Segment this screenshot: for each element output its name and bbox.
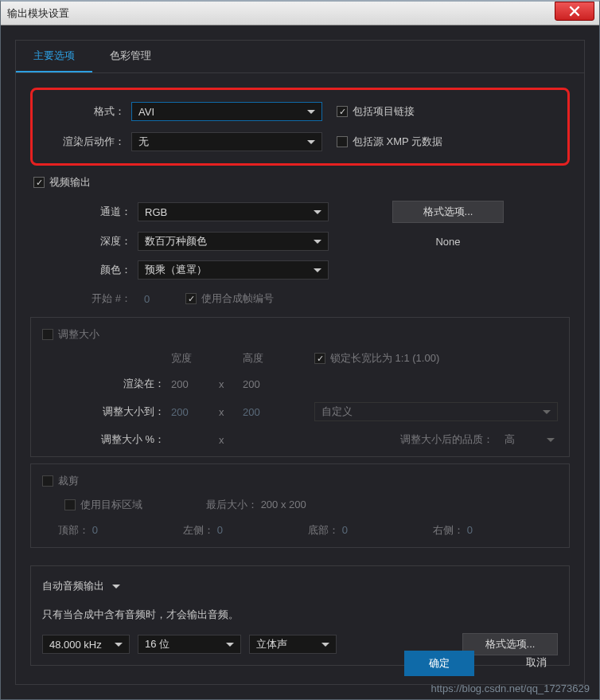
resize-pct-label: 调整大小 %： (84, 432, 171, 447)
audio-bits-dropdown[interactable]: 16 位 (138, 635, 241, 654)
chevron-down-icon (547, 438, 555, 442)
chevron-down-icon (115, 643, 123, 647)
crop-title: 裁剪 (58, 474, 79, 488)
width-header: 宽度 (171, 351, 219, 366)
format-highlight-box: 格式： AVI 包括项目链接 渲染后动作： (30, 88, 570, 166)
chevron-down-icon (314, 268, 321, 272)
resize-quality-dropdown: 高 (501, 432, 558, 447)
codec-name: None (392, 236, 504, 248)
use-roi-label: 使用目标区域 (80, 498, 142, 512)
x-separator: x (219, 378, 243, 390)
main-panel: 格式： AVI 包括项目链接 渲染后动作： (16, 73, 584, 666)
audio-rate-dropdown[interactable]: 48.000 kHz (42, 635, 130, 654)
chevron-down-icon (314, 210, 321, 214)
chevron-down-icon (307, 110, 315, 114)
render-height: 200 (243, 378, 290, 390)
depth-dropdown[interactable]: 数百万种颜色 (138, 232, 329, 251)
x-separator: x (219, 434, 243, 446)
close-button[interactable] (555, 2, 594, 21)
audio-output-mode-value: 自动音频输出 (42, 579, 104, 593)
post-render-label: 渲染后动作： (44, 135, 131, 149)
resize-quality-value: 高 (505, 432, 515, 447)
window: 输出模块设置 主要选项 色彩管理 格式： AVI (0, 0, 600, 700)
channels-value: RGB (145, 206, 309, 218)
ok-button[interactable]: 确定 (404, 651, 474, 676)
chevron-down-icon (112, 585, 120, 589)
dialog-footer: 确定 取消 (404, 651, 571, 676)
crop-top-label: 顶部： (58, 524, 89, 536)
resize-preset-value: 自定义 (321, 405, 538, 419)
use-roi-checkbox (64, 499, 76, 510)
window-title: 输出模块设置 (7, 6, 69, 21)
audio-output-mode-dropdown[interactable]: 自动音频输出 (42, 576, 120, 596)
resize-width: 200 (171, 406, 219, 418)
close-icon (569, 6, 580, 17)
resize-checkbox[interactable] (42, 329, 53, 340)
resize-preset-dropdown: 自定义 (314, 402, 558, 421)
crop-section: 裁剪 使用目标区域 最后大小： 200 x 200 顶部： 0 (30, 463, 570, 548)
format-value: AVI (138, 106, 302, 118)
crop-top-value: 0 (92, 524, 98, 536)
crop-right-label: 右侧： (433, 524, 464, 536)
depth-value: 数百万种颜色 (145, 234, 309, 248)
post-render-dropdown[interactable]: 无 (131, 132, 322, 151)
channels-dropdown[interactable]: RGB (138, 202, 329, 221)
tab-color-management[interactable]: 色彩管理 (92, 41, 169, 72)
start-number-value: 0 (138, 293, 185, 305)
crop-left-label: 左侧： (183, 524, 214, 536)
inner-panel: 主要选项 色彩管理 格式： AVI 包括项目链接 (15, 40, 585, 685)
use-comp-frame-checkbox (185, 293, 197, 304)
use-comp-frame-label: 使用合成帧编号 (201, 291, 274, 306)
include-xmp-checkbox[interactable] (337, 136, 348, 147)
start-number-label: 开始 #： (62, 291, 138, 306)
depth-label: 深度： (62, 234, 138, 248)
color-value: 预乘（遮罩） (145, 263, 309, 277)
chevron-down-icon (321, 643, 329, 647)
chevron-down-icon (307, 140, 315, 144)
chevron-down-icon (314, 240, 321, 244)
include-project-link-checkbox[interactable] (337, 106, 348, 117)
chevron-down-icon (543, 410, 551, 414)
format-dropdown[interactable]: AVI (131, 102, 322, 121)
resize-section: 调整大小 宽度 高度 锁定长宽比为 1:1 (1.00) 渲染在： 2 (30, 317, 570, 457)
crop-bottom-value: 0 (342, 524, 348, 536)
titlebar: 输出模块设置 (1, 2, 599, 25)
content: 主要选项 色彩管理 格式： AVI 包括项目链接 (1, 25, 599, 699)
audio-bits-value: 16 位 (145, 637, 221, 651)
crop-right-value: 0 (467, 524, 473, 536)
color-label: 颜色： (62, 263, 138, 277)
format-label: 格式： (44, 104, 131, 119)
include-xmp-label: 包括源 XMP 元数据 (353, 135, 442, 149)
height-header: 高度 (243, 351, 290, 366)
resize-height: 200 (243, 406, 290, 418)
audio-rate-value: 48.000 kHz (49, 639, 110, 651)
render-width: 200 (171, 378, 219, 390)
crop-checkbox[interactable] (42, 475, 53, 487)
x-separator: x (219, 406, 243, 418)
include-project-link-label: 包括项目链接 (353, 104, 415, 119)
audio-channels-dropdown[interactable]: 立体声 (249, 635, 337, 654)
crop-left-value: 0 (217, 524, 223, 536)
resize-title: 调整大小 (58, 327, 99, 342)
channels-label: 通道： (62, 205, 138, 219)
final-size-label: 最后大小： (206, 499, 258, 510)
tabs: 主要选项 色彩管理 (16, 41, 584, 73)
audio-note: 只有当合成中含有音频时，才会输出音频。 (42, 608, 558, 622)
audio-channels-value: 立体声 (256, 637, 317, 651)
cancel-button[interactable]: 取消 (501, 651, 571, 676)
color-dropdown[interactable]: 预乘（遮罩） (138, 260, 329, 280)
resize-to-label: 调整大小到： (84, 405, 171, 419)
lock-aspect-checkbox (314, 353, 325, 364)
video-format-options-button[interactable]: 格式选项... (392, 201, 504, 223)
lock-aspect-label: 锁定长宽比为 1:1 (1.00) (330, 351, 439, 366)
crop-bottom-label: 底部： (308, 524, 339, 536)
chevron-down-icon (226, 643, 234, 647)
resize-quality-label: 调整大小后的品质： (400, 432, 493, 447)
final-size-value: 200 x 200 (261, 499, 306, 510)
tab-main[interactable]: 主要选项 (16, 41, 92, 72)
video-output-label: 视频输出 (49, 175, 91, 190)
post-render-value: 无 (138, 135, 302, 149)
video-output-checkbox[interactable] (33, 177, 45, 188)
render-at-label: 渲染在： (84, 377, 171, 391)
